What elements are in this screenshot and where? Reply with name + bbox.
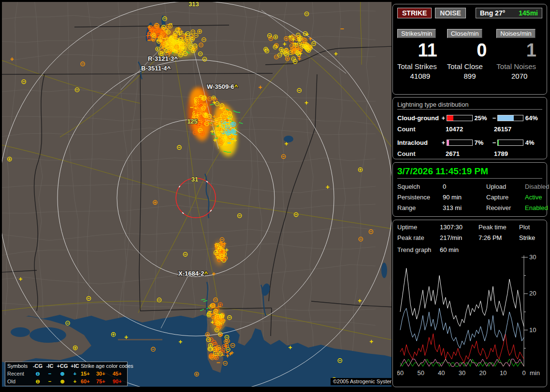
upload-label: Upload (486, 183, 525, 190)
close-counter-group: Close/min 0 Total Close 899 (447, 29, 493, 80)
counters-panel: STRIKE NOISE Bng 27° 145mi Strikes/min 1… (392, 4, 547, 95)
circle-minus-icon: ⊖ (31, 371, 44, 377)
svg-text:20: 20 (479, 369, 486, 377)
capture-label: Capture (486, 194, 525, 201)
peak-time-value: 7:26 PM (478, 234, 519, 241)
svg-text:20: 20 (529, 290, 536, 297)
plus-icon: + (69, 371, 81, 377)
close-per-min-chip: Close/min (447, 29, 483, 38)
strike-trend-chart: 1020306050403020100min (397, 254, 544, 379)
svg-text:31: 31 (191, 176, 198, 183)
minus-sign: − (492, 114, 497, 122)
peak-rate-value: 217/min (440, 234, 478, 241)
total-noises-value: 2070 (496, 72, 542, 80)
range-value: 313 mi (443, 204, 486, 211)
peak-time-label: Peak time (478, 224, 519, 231)
intracloud-row: Intracloud + 7% − 4% (397, 137, 542, 148)
count-label: Count (397, 126, 446, 133)
range-to-storm-value: 145mi (519, 9, 538, 17)
ic-neg-count: 1789 (494, 150, 542, 157)
age-60: 60+ (81, 378, 96, 384)
ic-neg-percent: 4% (525, 139, 542, 146)
svg-text:10: 10 (500, 369, 507, 377)
circle-plus-icon: ⊕ (56, 378, 69, 385)
distribution-header: Lightning type distribution (397, 101, 542, 110)
plot-label: Plot (519, 224, 542, 231)
copyright-label: ©2005 Astrogenic Systems (331, 378, 391, 385)
noise-mode-button[interactable]: NOISE (435, 8, 466, 18)
legend-row-recent-label: Recent (7, 371, 31, 377)
svg-text:50: 50 (417, 369, 424, 377)
peak-rate-label: Peak rate (397, 234, 440, 241)
noises-counter-group: Noises/min 1 Total Noises 2070 (496, 29, 542, 80)
capture-status: Active (525, 194, 550, 201)
total-close-label: Total Close (447, 62, 493, 70)
plus-sign: + (441, 139, 446, 146)
uptime-value: 1307:30 (440, 224, 478, 231)
cg-pos-percent: 25% (474, 114, 492, 122)
svg-text:30: 30 (459, 369, 465, 377)
age-90: 90+ (113, 378, 127, 384)
minus-sign: − (492, 139, 497, 146)
ic-pos-bar (447, 140, 472, 146)
plot-mode-value: Strike (519, 234, 542, 241)
persistence-value: 90 min (443, 194, 486, 201)
side-panel-column: STRIKE NOISE Bng 27° 145mi Strikes/min 1… (392, 0, 550, 392)
age-15: 15+ (81, 371, 96, 377)
cg-neg-percent: 64% (525, 114, 542, 122)
squelch-label: Squelch (397, 183, 443, 190)
trend-graph-label: Trend graph (397, 246, 440, 253)
minus-icon: − (44, 371, 56, 377)
circle-plus-icon: ⊕ (56, 371, 69, 377)
total-noises-label: Total Noises (496, 62, 542, 70)
close-per-min-value: 0 (447, 39, 493, 61)
lightning-map[interactable]: 31312531R-3121-3^B-3511-4^W-3509-6^X-168… (2, 2, 391, 387)
svg-text:60: 60 (397, 369, 404, 377)
cloud-ground-row: Cloud-ground + 25% − 64% (397, 112, 542, 124)
legend-col-neg-cg: -CG (31, 363, 44, 369)
svg-text:min: min (530, 369, 540, 377)
age-30: 30+ (96, 371, 113, 377)
nexstorm-window: 31312531R-3121-3^B-3511-4^W-3509-6^X-168… (0, 0, 550, 392)
map-legend: Symbols -CG -IC +CG +IC Strike age color… (5, 362, 128, 386)
upload-status: Disabled (525, 183, 550, 190)
map-canvas[interactable]: 31312531R-3121-3^B-3511-4^W-3509-6^X-168… (2, 2, 391, 387)
trend-graph-window: 60 min (440, 246, 542, 253)
cg-neg-count: 26157 (494, 126, 542, 133)
legend-age-header: Strike age color codes (81, 363, 127, 369)
circle-minus-icon: ⊖ (31, 378, 44, 385)
svg-text:X-1684-2^: X-1684-2^ (178, 270, 208, 277)
svg-text:W-3509-6^: W-3509-6^ (207, 83, 238, 90)
svg-text:R-3121-3^: R-3121-3^ (148, 55, 178, 62)
noises-per-min-chip: Noises/min (496, 29, 535, 38)
strike-mode-button[interactable]: STRIKE (397, 8, 432, 18)
svg-text:125: 125 (187, 118, 198, 125)
intracloud-label: Intracloud (397, 139, 441, 146)
total-close-value: 899 (447, 72, 493, 80)
strikes-counter-group: Strikes/min 11 Total Strikes 41089 (397, 29, 443, 80)
age-75: 75+ (96, 378, 113, 384)
cloud-ground-count-row: Count 10472 26157 (397, 124, 542, 135)
range-label: Range (397, 204, 443, 211)
bearing-value: Bng 27° (480, 9, 505, 17)
svg-text:30: 30 (529, 254, 536, 261)
ic-pos-count: 2671 (446, 150, 494, 157)
ic-pos-percent: 7% (474, 139, 492, 146)
legend-col-neg-ic: -IC (44, 363, 56, 369)
plus-icon: + (69, 378, 81, 384)
minus-icon: − (44, 378, 56, 384)
squelch-value: 0 (443, 183, 486, 190)
receiver-label: Receiver (486, 204, 525, 211)
svg-text:B-3511-4^: B-3511-4^ (141, 65, 171, 72)
svg-text:0: 0 (522, 369, 525, 377)
lightning-distribution-panel: Lightning type distribution Cloud-ground… (392, 97, 547, 159)
status-panel: 3/7/2026 11:45:19 PM Squelch 0 Upload Di… (392, 162, 547, 217)
legend-col-pos-cg: +CG (56, 363, 69, 369)
bearing-range-display: Bng 27° 145mi (476, 8, 542, 18)
count-label: Count (397, 150, 446, 157)
svg-text:10: 10 (529, 326, 536, 334)
legend-col-pos-ic: +IC (69, 363, 81, 369)
cg-pos-count: 10472 (446, 126, 494, 133)
total-strikes-label: Total Strikes (397, 62, 443, 70)
noises-per-min-value: 1 (496, 39, 542, 61)
